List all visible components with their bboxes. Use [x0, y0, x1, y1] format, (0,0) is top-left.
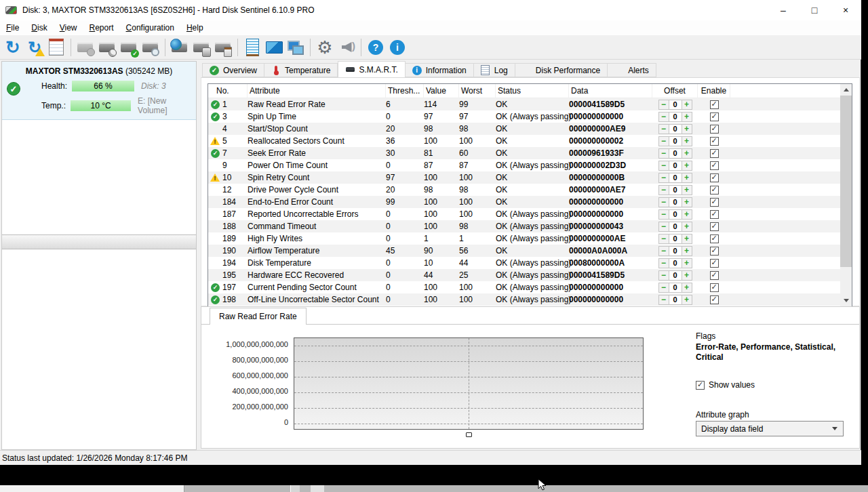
refresh-warning-icon[interactable] [24, 37, 45, 58]
notes-icon[interactable] [242, 37, 262, 58]
offset-minus-button[interactable]: − [658, 173, 669, 183]
close-button[interactable]: × [830, 0, 861, 20]
disk-clock-icon[interactable] [97, 37, 117, 58]
tab-overview[interactable]: Overview [202, 63, 264, 77]
menu-view[interactable]: View [54, 21, 83, 35]
offset-minus-button[interactable]: − [658, 270, 669, 281]
smart-attribute-row[interactable]: 9Power On Time Count08787OK (Always pass… [208, 159, 852, 171]
enable-checkbox[interactable] [710, 295, 719, 304]
scroll-down-button[interactable] [840, 295, 852, 306]
offset-minus-button[interactable]: − [658, 222, 669, 232]
smart-attribute-row[interactable]: ✓3Spin Up Time09797OK (Always passing)00… [208, 110, 852, 123]
offset-minus-button[interactable]: − [658, 148, 669, 159]
offset-plus-button[interactable]: + [682, 100, 692, 110]
enable-checkbox[interactable] [710, 222, 719, 231]
offset-plus-button[interactable]: + [682, 258, 692, 268]
enable-checkbox[interactable] [710, 283, 719, 292]
column-header-no[interactable]: No. [208, 84, 248, 98]
enable-checkbox[interactable] [710, 173, 719, 182]
offset-minus-button[interactable]: − [658, 100, 669, 110]
enable-checkbox[interactable] [710, 247, 719, 255]
refresh-icon[interactable] [3, 37, 23, 58]
offset-minus-button[interactable]: − [658, 136, 669, 146]
offset-minus-button[interactable]: − [658, 295, 669, 305]
menu-disk[interactable]: Disk [25, 21, 53, 35]
menu-report[interactable]: Report [83, 21, 120, 35]
column-header-wst[interactable]: Worst [459, 84, 496, 98]
offset-minus-button[interactable]: − [658, 161, 669, 171]
smart-attribute-row[interactable]: ✓1Raw Read Error Rate611499OK0000041589D… [208, 98, 852, 110]
smart-attribute-row[interactable]: 12Drive Power Cycle Count209898OK0000000… [208, 184, 852, 196]
tab-s-m-a-r-t[interactable]: S.M.A.R.T. [338, 61, 405, 77]
column-header-th[interactable]: Thresh... [386, 84, 424, 98]
smart-attribute-row[interactable]: 188Command Timeout010098OK (Always passi… [208, 220, 852, 232]
disk-network-icon[interactable] [170, 37, 190, 58]
offset-minus-button[interactable]: − [658, 246, 669, 256]
enable-checkbox[interactable] [710, 234, 719, 243]
smart-attribute-row[interactable]: !5Reallocated Sectors Count36100100OK000… [208, 135, 852, 147]
settings-gear-icon[interactable] [315, 37, 335, 58]
offset-plus-button[interactable]: + [682, 185, 692, 195]
column-header-attr[interactable]: Attribute [248, 84, 386, 98]
show-values-checkbox[interactable] [696, 381, 705, 390]
chart-tab[interactable]: Raw Read Error Rate [210, 308, 307, 325]
maximize-button[interactable]: □ [799, 0, 830, 20]
info-icon[interactable] [387, 37, 408, 58]
attribute-graph-dropdown[interactable]: Display data field [696, 421, 844, 436]
enable-checkbox[interactable] [710, 112, 719, 121]
disk-tools-icon[interactable] [191, 37, 212, 58]
tab-information[interactable]: Information [406, 63, 474, 77]
enable-checkbox[interactable] [710, 271, 719, 280]
offset-minus-button[interactable]: − [658, 124, 669, 134]
offset-minus-button[interactable]: − [658, 258, 669, 268]
tab-disk-performance[interactable]: Disk Performance [515, 63, 608, 77]
smart-attribute-row[interactable]: ✓7Seek Error Rate308160OK00000961933F−0+ [208, 147, 852, 159]
offset-plus-button[interactable]: + [682, 270, 692, 281]
offset-plus-button[interactable]: + [682, 246, 692, 256]
offset-plus-button[interactable]: + [682, 197, 692, 207]
offset-minus-button[interactable]: − [658, 283, 669, 293]
enable-checkbox[interactable] [710, 149, 719, 158]
disk-offline-icon[interactable] [75, 37, 96, 58]
disk-search-icon[interactable] [140, 37, 161, 58]
disk-driver-icon[interactable] [213, 37, 233, 58]
offset-plus-button[interactable]: + [682, 234, 692, 244]
enable-checkbox[interactable] [710, 210, 719, 219]
offset-minus-button[interactable]: − [658, 209, 669, 220]
vertical-scrollbar[interactable] [840, 84, 852, 306]
tab-log[interactable]: Log [474, 63, 515, 77]
chart-slider-handle[interactable] [466, 432, 472, 437]
tab-alerts[interactable]: Alerts [608, 63, 656, 77]
offset-plus-button[interactable]: + [682, 209, 692, 220]
smart-attribute-row[interactable]: 187Reported Uncorrectable Errors0100100O… [208, 208, 852, 220]
offset-minus-button[interactable]: − [658, 197, 669, 207]
offset-minus-button[interactable]: − [658, 234, 669, 244]
column-header-val[interactable]: Value [424, 84, 459, 98]
smart-attribute-row[interactable]: ✓197Current Pending Sector Count0100100O… [208, 281, 852, 293]
smart-attribute-row[interactable]: 184End-to-End Error Count99100100OK00000… [208, 196, 852, 208]
menu-file[interactable]: File [0, 21, 25, 35]
column-header-st[interactable]: Status [496, 84, 569, 98]
enable-checkbox[interactable] [710, 100, 719, 109]
offset-plus-button[interactable]: + [682, 112, 692, 122]
smart-attribute-row[interactable]: 194Disk Temperature01044OK (Always passi… [208, 257, 852, 269]
offset-plus-button[interactable]: + [682, 136, 692, 146]
enable-checkbox[interactable] [710, 198, 719, 207]
report-icon[interactable] [46, 37, 66, 58]
smart-attribute-row[interactable]: 195Hardware ECC Recovered04425OK (Always… [208, 269, 852, 281]
network-monitor-icon[interactable] [285, 37, 306, 58]
help-icon[interactable] [366, 37, 386, 58]
offset-plus-button[interactable]: + [682, 173, 692, 183]
smart-attribute-row[interactable]: 190Airflow Temperature459056OK00000A0A00… [208, 245, 852, 257]
smart-attribute-row[interactable]: 4Start/Stop Count209898OK000000000AE9−0+ [208, 123, 852, 135]
enable-checkbox[interactable] [710, 186, 719, 194]
selected-disk-panel[interactable]: MAXTOR STM3320613AS (305242 MB) ✓ Health… [2, 62, 196, 120]
offset-plus-button[interactable]: + [682, 148, 692, 159]
column-header-off[interactable]: Offset [652, 84, 698, 98]
sidebar-collapsed-panel[interactable] [2, 234, 196, 249]
offset-plus-button[interactable]: + [682, 124, 692, 134]
offset-plus-button[interactable]: + [682, 222, 692, 232]
smart-attribute-row[interactable]: !10Spin Retry Count97100100OK00000000000… [208, 171, 852, 184]
disk-accept-icon[interactable] [119, 37, 139, 58]
sound-speaker-icon[interactable] [336, 37, 357, 58]
